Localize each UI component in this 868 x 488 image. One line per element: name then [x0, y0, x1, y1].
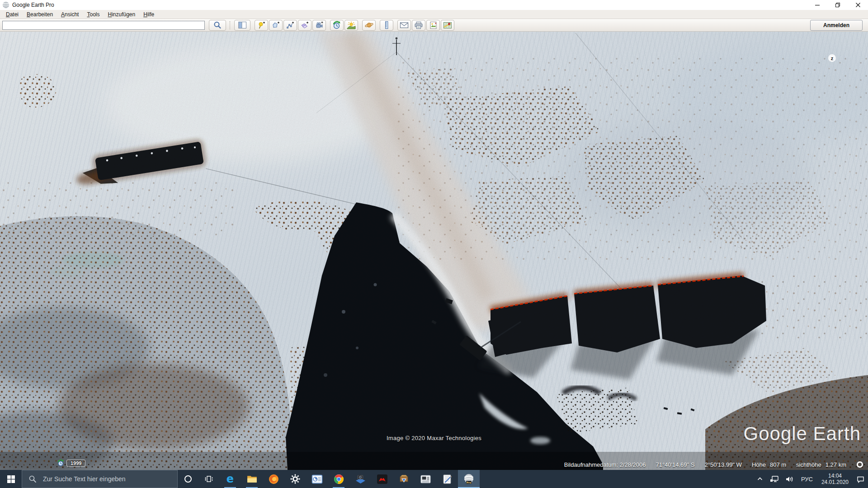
menu-ansicht[interactable]: Ansicht — [57, 10, 83, 19]
start-button[interactable] — [0, 470, 22, 488]
tray-volume-button[interactable] — [782, 470, 797, 488]
task-view-button[interactable] — [198, 470, 219, 488]
elevation-value: 807 m — [770, 461, 786, 468]
taskbar-app-file-explorer[interactable] — [241, 470, 263, 488]
restore-icon — [835, 2, 840, 8]
print-button[interactable] — [412, 20, 425, 31]
add-placemark-icon — [257, 21, 266, 29]
add-path-button[interactable] — [283, 20, 297, 31]
task-view-icon — [204, 474, 213, 483]
compass-glyph: z — [831, 56, 834, 61]
save-image-icon — [429, 21, 438, 29]
taskbar-app-settings[interactable] — [284, 470, 306, 488]
streaming-indicator-icon — [856, 461, 863, 468]
taskbar-app-google-earth-pro[interactable]: Pro — [458, 470, 480, 488]
clock-date: 24.01.2020 — [821, 479, 849, 485]
historical-year-label: 1999 — [66, 460, 85, 467]
ruler-icon — [382, 21, 391, 29]
toolbar-separator — [230, 21, 231, 29]
windows-logo-icon — [7, 475, 15, 483]
menu-tools[interactable]: Tools — [83, 10, 104, 19]
window-title: Google Earth Pro — [12, 2, 54, 8]
notepad-icon — [442, 474, 453, 485]
media-player-icon — [377, 474, 388, 485]
minimize-icon — [815, 2, 820, 8]
planets-button[interactable] — [362, 20, 376, 31]
taskbar-app-chrome[interactable] — [328, 470, 349, 488]
language-indicator[interactable]: РУС — [797, 470, 817, 488]
taskbar-app-edge[interactable]: e — [219, 470, 241, 488]
satellite-imagery — [0, 32, 868, 470]
add-image-overlay-button[interactable] — [298, 20, 311, 31]
sunlight-button[interactable] — [344, 20, 358, 31]
taskbar-app-media-player[interactable] — [371, 470, 393, 488]
sign-in-button[interactable]: Anmelden — [810, 20, 863, 31]
email-button[interactable] — [397, 20, 411, 31]
edge-icon: e — [224, 473, 236, 485]
volume-icon — [785, 475, 794, 483]
map-viewport[interactable]: 1999 Image © 2020 Maxar Technologies Goo… — [0, 32, 868, 470]
tray-network-button[interactable] — [767, 470, 782, 488]
google-earth-pro-icon: Pro — [463, 473, 475, 485]
minimize-button[interactable] — [807, 0, 827, 10]
system-tray: РУС 14:04 24.01.2020 — [753, 470, 868, 488]
cortana-button[interactable] — [178, 470, 198, 488]
menu-bearbeiten[interactable]: Bearbeiten — [23, 10, 57, 19]
menu-datei[interactable]: Datei — [2, 10, 23, 19]
clock-time: 14:04 — [821, 473, 849, 479]
taskbar-search-input[interactable] — [42, 475, 175, 483]
ruler-button[interactable] — [380, 20, 393, 31]
compass-indicator[interactable]: z — [828, 54, 836, 62]
historical-imagery-button[interactable] — [330, 20, 344, 31]
sidebar-toggle-icon — [238, 21, 247, 29]
taskbar-app-news[interactable] — [415, 470, 436, 488]
taskbar-app-photo-viewer[interactable] — [349, 470, 371, 488]
taskbar-search-icon — [28, 475, 37, 483]
title-bar: Google Earth Pro — [0, 0, 868, 10]
add-polygon-icon — [272, 21, 280, 29]
planets-icon — [364, 21, 374, 29]
taskbar-app-firefox[interactable] — [263, 470, 284, 488]
google-earth-app-icon — [2, 1, 9, 9]
latitude: 71°40'14.69" S — [656, 461, 694, 468]
menu-hilfe[interactable]: Hilfe — [139, 10, 158, 19]
save-image-button[interactable] — [426, 20, 440, 31]
view-in-google-maps-button[interactable] — [441, 20, 454, 31]
news-icon — [420, 474, 431, 485]
menu-hinzufuegen[interactable]: Hinzufügen — [104, 10, 139, 19]
taskbar-app-presentation[interactable] — [306, 470, 328, 488]
taskbar-search-box[interactable] — [22, 470, 178, 488]
search-input[interactable] — [2, 21, 205, 30]
close-icon — [855, 2, 861, 8]
search-button[interactable] — [209, 20, 226, 31]
sunlight-icon — [347, 21, 356, 29]
history-clock-icon — [57, 459, 65, 467]
clock[interactable]: 14:04 24.01.2020 — [817, 470, 853, 488]
presentation-icon — [311, 474, 323, 485]
restore-button[interactable] — [827, 0, 848, 10]
email-icon — [400, 21, 409, 29]
view-in-google-maps-icon — [443, 21, 452, 29]
eye-altitude-value: 1.27 km — [826, 461, 846, 468]
chevron-up-icon — [756, 475, 764, 483]
taskbar-app-notepad[interactable] — [436, 470, 458, 488]
action-center-icon — [856, 475, 865, 483]
close-button[interactable] — [848, 0, 868, 10]
file-explorer-icon — [246, 474, 258, 485]
historical-imagery-chip[interactable]: 1999 — [57, 459, 85, 467]
record-tour-button[interactable] — [312, 20, 326, 31]
cortana-icon — [184, 474, 193, 483]
add-image-overlay-icon — [301, 21, 309, 29]
record-tour-icon — [315, 21, 324, 29]
image-date: Bildaufnahmedatum: 2/28/2006 — [564, 461, 646, 468]
tray-chevron-button[interactable] — [753, 470, 767, 488]
eye-altitude-label: sichthöhe — [796, 461, 821, 468]
add-placemark-button[interactable] — [255, 20, 268, 31]
add-polygon-button[interactable] — [269, 20, 283, 31]
taskbar-app-download-manager[interactable] — [393, 470, 415, 488]
chrome-icon — [333, 474, 344, 485]
sidebar-toggle-button[interactable] — [234, 20, 250, 31]
action-center-button[interactable] — [853, 470, 868, 488]
photo-viewer-icon — [355, 474, 366, 485]
svg-text:e: e — [226, 473, 234, 485]
